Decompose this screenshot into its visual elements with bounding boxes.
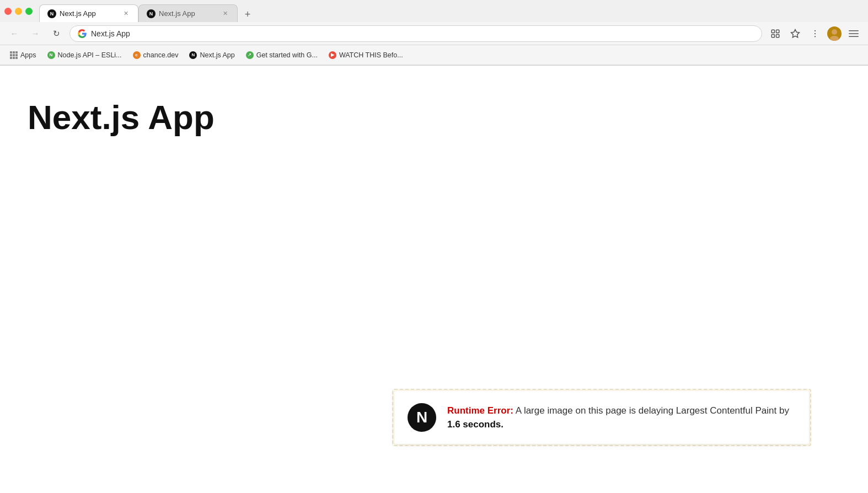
close-button[interactable] [4,8,12,15]
error-next-letter: N [416,409,427,426]
title-bar: N Next.js App ✕ N Next.js App ✕ + [0,0,868,22]
reload-button[interactable]: ↻ [49,26,64,41]
bookmark-watch-favicon: ▶ [329,51,336,59]
svg-rect-2 [771,34,774,37]
bookmark-getstarted-label: Get started with G... [256,51,318,59]
svg-rect-0 [771,30,774,33]
address-text: Next.js App [91,29,754,38]
minimize-button[interactable] [15,8,22,15]
bookmark-icon[interactable] [787,26,803,41]
svg-rect-1 [776,30,779,33]
traffic-lights [4,8,33,15]
address-bar-row: ← → ↻ Next.js App [0,22,868,45]
svg-rect-14 [13,51,15,53]
svg-rect-3 [776,34,779,37]
svg-rect-18 [15,54,18,56]
tab-1-close[interactable]: ✕ [121,9,130,18]
error-message: A large image on this page is delaying L… [513,405,789,416]
svg-rect-16 [10,54,12,56]
svg-rect-19 [10,57,12,59]
bookmark-nextjs-favicon: N [189,51,197,59]
bookmark-nodejs-favicon: N [47,51,55,59]
tab-2-close[interactable]: ✕ [221,9,229,18]
svg-rect-10 [849,30,859,31]
svg-rect-20 [13,57,15,59]
svg-rect-15 [15,51,18,53]
google-icon [78,29,87,38]
svg-point-6 [815,36,816,37]
maximize-button[interactable] [25,8,33,15]
svg-rect-11 [849,33,859,34]
page-content: Next.js App N Runtime Error: A large ima… [0,66,868,479]
forward-button[interactable]: → [28,26,43,41]
svg-point-5 [815,33,816,34]
error-overlay-border: N Runtime Error: A large image on this p… [392,389,811,446]
browser-chrome: N Next.js App ✕ N Next.js App ✕ + ← → ↻ [0,0,868,66]
error-bold-value: 1.6 seconds. [447,419,503,430]
apps-label: Apps [20,51,36,59]
page-title: Next.js App [28,99,840,136]
bookmark-chance[interactable]: c chance.dev [128,49,183,61]
tab-1[interactable]: N Next.js App ✕ [39,4,138,22]
error-overlay: N Runtime Error: A large image on this p… [394,391,809,444]
more-icon[interactable] [807,26,823,41]
tab-2-title: Next.js App [159,9,217,18]
svg-rect-12 [849,36,859,37]
bookmark-watch[interactable]: ▶ WATCH THIS Befo... [324,49,408,61]
bookmark-nodejs[interactable]: N Node.js API – ESLi... [43,49,126,61]
svg-point-4 [815,30,816,31]
bookmark-nextjs-label: Next.js App [200,51,234,59]
extensions-icon[interactable] [768,26,783,41]
bookmark-nodejs-label: Node.js API – ESLi... [58,51,122,59]
avatar[interactable] [827,26,842,41]
tab-1-favicon: N [47,9,56,18]
error-overlay-wrapper: N Runtime Error: A large image on this p… [392,389,811,446]
tab-2-favicon: N [147,9,156,18]
svg-point-8 [832,29,837,35]
tab-bar: N Next.js App ✕ N Next.js App ✕ + [39,0,864,22]
bookmark-watch-label: WATCH THIS Befo... [339,51,403,59]
tab-1-title: Next.js App [60,9,118,18]
bookmark-getstarted-favicon: ↗ [246,51,254,59]
bookmark-getstarted[interactable]: ↗ Get started with G... [242,49,322,61]
apps-bookmark[interactable]: Apps [6,49,41,61]
bookmark-chance-label: chance.dev [143,51,179,59]
svg-rect-13 [10,51,12,53]
bookmarks-bar: Apps N Node.js API – ESLi... c chance.de… [0,45,868,65]
back-button[interactable]: ← [7,26,22,41]
chrome-menu-icon[interactable] [846,26,861,41]
bookmark-nextjs[interactable]: N Next.js App [185,49,239,61]
apps-grid-icon [10,51,18,59]
svg-rect-21 [15,57,18,59]
bookmark-chance-favicon: c [133,51,141,59]
toolbar-right [768,26,861,41]
svg-rect-17 [13,54,15,56]
error-next-icon: N [408,403,436,432]
error-text: Runtime Error: A large image on this pag… [447,404,796,432]
error-label: Runtime Error: [447,405,513,416]
new-tab-button[interactable]: + [240,7,255,22]
tab-2[interactable]: N Next.js App ✕ [138,4,238,22]
address-bar[interactable]: Next.js App [69,25,762,42]
